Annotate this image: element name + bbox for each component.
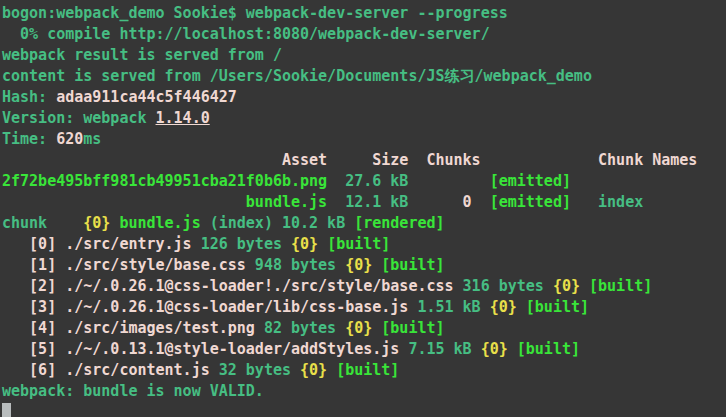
terminal-text: Time: bbox=[2, 130, 56, 148]
terminal-text: Hash: bbox=[2, 88, 56, 106]
module-path: [0] ./src/entry.js bbox=[2, 235, 192, 253]
version-line: Version: webpack 1.14.0 bbox=[2, 108, 726, 129]
progress-line: 0% compile http://localhost:8080/webpack… bbox=[2, 24, 726, 45]
module-size: 32 bytes bbox=[210, 361, 300, 379]
module-row-0: [0] ./src/entry.js 126 bytes {0} [built] bbox=[2, 234, 726, 255]
module-size: 126 bytes bbox=[192, 235, 291, 253]
built-tag: [built] bbox=[381, 256, 444, 274]
chunk-line: chunk {0} bundle.js (index) 10.2 kB [ren… bbox=[2, 213, 726, 234]
terminal-text: bogon:webpack_demo Sookie$ webpack-dev-s… bbox=[2, 4, 508, 22]
built-tag: [built] bbox=[589, 277, 652, 295]
terminal-text bbox=[372, 256, 381, 274]
terminal-text bbox=[318, 235, 327, 253]
bundle-status: webpack: bundle is now VALID. bbox=[2, 382, 264, 400]
module-size: 948 bytes bbox=[246, 256, 345, 274]
terminal-text: 0% compile http://localhost:8080/webpack… bbox=[2, 25, 490, 43]
module-path: [3] ./~/.0.26.1@css-loader/lib/css-base.… bbox=[2, 298, 408, 316]
chunk-marker: {0} bbox=[291, 235, 318, 253]
chunk-marker: {0} bbox=[345, 319, 372, 337]
build-time: 620 bbox=[56, 130, 83, 148]
terminal-text bbox=[472, 193, 490, 211]
asset-size: 27.6 kB bbox=[327, 172, 490, 190]
module-row-2: [2] ./~/.0.26.1@css-loader!./src/style/b… bbox=[2, 276, 726, 297]
module-path: [5] ./~/.0.13.1@style-loader/addStyles.j… bbox=[2, 340, 399, 358]
asset-row-bundle: bundle.js 12.1 kB 0 [emitted] index bbox=[2, 192, 726, 213]
chunk-marker: {0} bbox=[300, 361, 327, 379]
asset-size: 12.1 kB bbox=[327, 193, 462, 211]
rendered-tag: [rendered] bbox=[354, 214, 444, 232]
webpack-version: 1.14.0 bbox=[156, 109, 210, 127]
module-path: [6] ./src/content.js bbox=[2, 361, 210, 379]
terminal-text: webpack result is served from / bbox=[2, 46, 282, 64]
chunk-id: 0 bbox=[463, 193, 472, 211]
hash-line: Hash: adaa911ca44c5f446427 bbox=[2, 87, 726, 108]
module-row-3: [3] ./~/.0.26.1@css-loader/lib/css-base.… bbox=[2, 297, 726, 318]
terminal-text: bundle.js bbox=[119, 214, 200, 232]
built-tag: [built] bbox=[327, 235, 390, 253]
chunk-marker: {0} bbox=[83, 214, 110, 232]
terminal-text: (index) 10.2 kB bbox=[201, 214, 355, 232]
terminal-text bbox=[508, 340, 517, 358]
module-path: [4] ./src/images/test.png bbox=[2, 319, 255, 337]
terminal-cursor bbox=[2, 403, 11, 417]
module-size: 316 bytes bbox=[454, 277, 553, 295]
result-served-line: webpack result is served from / bbox=[2, 45, 726, 66]
chunk-marker: {0} bbox=[345, 256, 372, 274]
time-line: Time: 620ms bbox=[2, 129, 726, 150]
terminal-text bbox=[372, 319, 381, 337]
asset-name: bundle.js bbox=[2, 193, 327, 211]
module-size: 7.15 kB bbox=[399, 340, 480, 358]
terminal-text bbox=[517, 298, 526, 316]
terminal-text: chunk bbox=[2, 214, 83, 232]
terminal-text: Version: webpack bbox=[2, 109, 156, 127]
status-line: webpack: bundle is now VALID. bbox=[2, 381, 726, 402]
terminal-text: ms bbox=[83, 130, 101, 148]
terminal-text: Asset Size Chunks Chunk Names bbox=[2, 151, 697, 169]
content-served-line: content is served from /Users/Sookie/Doc… bbox=[2, 66, 726, 87]
shell-prompt-command: bogon:webpack_demo Sookie$ webpack-dev-s… bbox=[2, 3, 726, 24]
built-tag: [built] bbox=[526, 298, 589, 316]
module-row-4: [4] ./src/images/test.png 82 bytes {0} [… bbox=[2, 318, 726, 339]
chunk-name: index bbox=[571, 193, 643, 211]
hash-value: adaa911ca44c5f446427 bbox=[56, 88, 237, 106]
module-row-6: [6] ./src/content.js 32 bytes {0} [built… bbox=[2, 360, 726, 381]
module-size: 82 bytes bbox=[255, 319, 345, 337]
assets-table-header: Asset Size Chunks Chunk Names bbox=[2, 150, 726, 171]
module-path: [1] ./src/style/base.css bbox=[2, 256, 246, 274]
asset-name: 2f72be495bff981cb49951cba21f0b6b.png bbox=[2, 172, 327, 190]
module-path: [2] ./~/.0.26.1@css-loader!./src/style/b… bbox=[2, 277, 454, 295]
terminal-text bbox=[327, 361, 336, 379]
module-row-5: [5] ./~/.0.13.1@style-loader/addStyles.j… bbox=[2, 339, 726, 360]
emitted-tag: [emitted] bbox=[490, 172, 571, 190]
terminal-text bbox=[580, 277, 589, 295]
module-size: 1.51 kB bbox=[408, 298, 489, 316]
asset-row-png: 2f72be495bff981cb49951cba21f0b6b.png 27.… bbox=[2, 171, 726, 192]
terminal-output[interactable]: bogon:webpack_demo Sookie$ webpack-dev-s… bbox=[0, 0, 726, 417]
terminal-cursor-line bbox=[2, 402, 726, 417]
module-row-1: [1] ./src/style/base.css 948 bytes {0} [… bbox=[2, 255, 726, 276]
built-tag: [built] bbox=[336, 361, 399, 379]
built-tag: [built] bbox=[517, 340, 580, 358]
chunk-marker: {0} bbox=[553, 277, 580, 295]
terminal-text: content is served from /Users/Sookie/Doc… bbox=[2, 67, 592, 85]
built-tag: [built] bbox=[381, 319, 444, 337]
emitted-tag: [emitted] bbox=[490, 193, 571, 211]
chunk-marker: {0} bbox=[490, 298, 517, 316]
chunk-marker: {0} bbox=[481, 340, 508, 358]
